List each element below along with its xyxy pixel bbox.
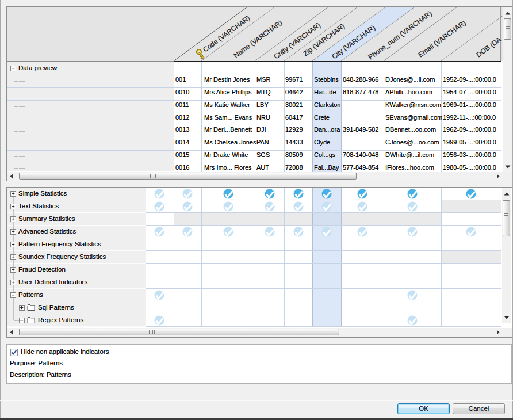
svg-text:DOB (DA: DOB (DA [474, 36, 503, 59]
svg-text:Email (VARCHAR): Email (VARCHAR) [416, 18, 467, 59]
